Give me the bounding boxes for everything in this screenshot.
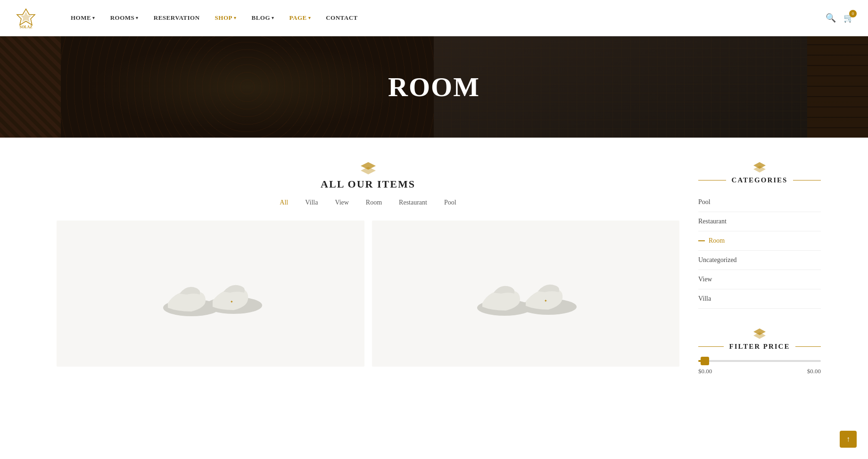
sidebar-categories: CATEGORIES Pool Restaurant Room Uncatego…	[698, 161, 821, 309]
main-content: ALL OUR ITEMS All Villa View Room Restau…	[0, 138, 868, 422]
chevron-down-icon: ▾	[272, 16, 274, 20]
slipper-svg-2: ✦	[469, 256, 582, 331]
category-room[interactable]: Room	[698, 231, 821, 251]
price-slider-thumb[interactable]	[701, 357, 709, 365]
cart-button[interactable]: 🛒 0	[843, 13, 854, 23]
nav-shop[interactable]: SHOP ▾	[215, 14, 237, 22]
header-actions: 🔍 🛒 0	[826, 13, 854, 23]
logo[interactable]: SOLAZ	[14, 6, 61, 30]
product-card-2[interactable]: ✦	[372, 221, 680, 367]
price-slider-track	[698, 360, 821, 362]
category-villa[interactable]: Villa	[698, 289, 821, 309]
svg-text:SOLAZ: SOLAZ	[19, 25, 32, 29]
filter-tab-room[interactable]: Room	[366, 199, 382, 206]
category-uncategorized[interactable]: Uncategorized	[698, 251, 821, 270]
filter-tab-view[interactable]: View	[335, 199, 348, 206]
hero-banner: ROOM	[0, 36, 868, 138]
cart-badge: 0	[849, 10, 857, 17]
price-labels: $0.00 $0.00	[698, 368, 821, 375]
nav-reservation[interactable]: RESERVATION	[154, 14, 200, 22]
hero-title: ROOM	[388, 71, 480, 103]
main-nav: HOME ▾ ROOMS ▾ RESERVATION SHOP ▾ BLOG ▾…	[71, 14, 826, 22]
hero-bg-center-left	[61, 36, 434, 138]
nav-page[interactable]: PAGE ▾	[289, 14, 311, 22]
products-area: ALL OUR ITEMS All Villa View Room Restau…	[57, 161, 679, 394]
product-card-1[interactable]: ✦	[57, 221, 364, 367]
svg-text:✦: ✦	[544, 299, 547, 303]
chevron-down-icon: ▾	[92, 16, 95, 20]
header: SOLAZ HOME ▾ ROOMS ▾ RESERVATION SHOP ▾ …	[0, 0, 868, 36]
section-title: ALL OUR ITEMS	[57, 178, 679, 190]
nav-rooms[interactable]: ROOMS ▾	[110, 14, 139, 22]
svg-text:✦: ✦	[230, 300, 233, 304]
section-header: ALL OUR ITEMS All Villa View Room Restau…	[57, 161, 679, 206]
categories-title: CATEGORIES	[698, 176, 821, 184]
category-pool[interactable]: Pool	[698, 193, 821, 212]
slipper-svg-1: ✦	[154, 256, 267, 331]
svg-marker-1	[20, 12, 32, 22]
layers-icon	[57, 161, 679, 174]
hero-bg-center-right	[434, 36, 807, 138]
sidebar-layers-icon	[698, 161, 821, 172]
price-max: $0.00	[807, 368, 821, 375]
hero-bg-left	[0, 36, 61, 138]
price-min: $0.00	[698, 368, 712, 375]
category-list: Pool Restaurant Room Uncategorized View …	[698, 193, 821, 309]
product-image-2: ✦	[403, 235, 649, 352]
svg-marker-14	[753, 332, 766, 339]
filter-tab-all[interactable]: All	[280, 199, 288, 206]
product-image-1: ✦	[87, 235, 333, 352]
nav-blog[interactable]: BLOG ▾	[251, 14, 274, 22]
sidebar: CATEGORIES Pool Restaurant Room Uncatego…	[698, 161, 821, 394]
filter-price-title: FILTER PRICE	[698, 343, 821, 351]
search-icon[interactable]: 🔍	[826, 13, 836, 23]
nav-contact[interactable]: CONTACT	[326, 14, 358, 22]
active-dash-icon	[698, 240, 705, 241]
chevron-down-icon: ▾	[234, 16, 237, 20]
svg-marker-12	[753, 166, 766, 172]
chevron-down-icon: ▾	[308, 16, 311, 20]
chevron-down-icon: ▾	[136, 16, 139, 20]
nav-home[interactable]: HOME ▾	[71, 14, 95, 22]
filter-tab-restaurant[interactable]: Restaurant	[399, 199, 427, 206]
product-grid: ✦ ✦	[57, 221, 679, 367]
hero-bg-right	[807, 36, 868, 138]
category-restaurant[interactable]: Restaurant	[698, 212, 821, 231]
filter-tab-pool[interactable]: Pool	[444, 199, 456, 206]
filter-tab-villa[interactable]: Villa	[305, 199, 318, 206]
category-view[interactable]: View	[698, 270, 821, 289]
logo-icon: SOLAZ	[14, 6, 38, 30]
filter-tabs: All Villa View Room Restaurant Pool	[57, 199, 679, 206]
filter-layers-icon	[698, 328, 821, 339]
svg-marker-4	[361, 167, 376, 174]
sidebar-filter-price: FILTER PRICE $0.00 $0.00	[698, 328, 821, 375]
